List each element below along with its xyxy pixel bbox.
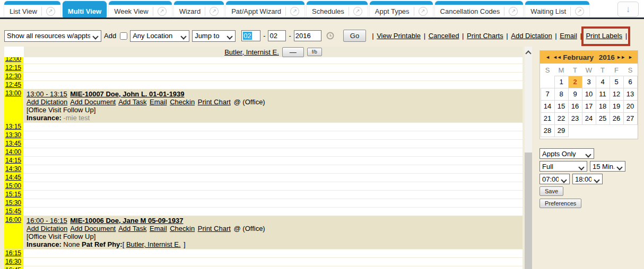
appointment-action-add-dictation[interactable]: Add Dictation (27, 98, 67, 106)
calendar-day[interactable]: 11 (596, 88, 610, 100)
tab-appt-types[interactable]: Appt Types↗ (370, 1, 433, 17)
calendar-day[interactable]: 1 (554, 76, 568, 88)
prev-month-icon[interactable]: ◄ (544, 55, 551, 60)
calendar-day[interactable]: 27 (623, 112, 637, 124)
size-select[interactable]: Full (540, 162, 587, 171)
open-in-new-window-icon[interactable]: ↗ (575, 7, 584, 16)
time-slot-link[interactable]: 15:15 (5, 191, 21, 198)
time-slot-link[interactable]: 14:45 (5, 174, 21, 181)
empty-slot-cell[interactable] (24, 131, 523, 140)
tab-wizard[interactable]: Wizard↗ (174, 1, 224, 17)
save-button[interactable]: Save (539, 186, 563, 196)
time-slot-link[interactable]: 12:00 (5, 57, 23, 62)
time-slot-link[interactable]: 13:45 (5, 140, 21, 147)
appointment-action-print-chart[interactable]: Print Chart (198, 98, 231, 106)
toolbar-link-cancelled[interactable]: Cancelled (429, 32, 459, 40)
calendar-day[interactable]: 17 (582, 100, 596, 112)
empty-slot-cell[interactable] (24, 199, 523, 208)
open-in-new-window-icon[interactable]: ↗ (210, 7, 219, 16)
time-slot-link[interactable]: 15:45 (5, 208, 21, 215)
add-checkbox[interactable] (120, 32, 127, 40)
appointment-action-email[interactable]: Email (150, 98, 167, 106)
interval-select[interactable]: 15 Min. (590, 162, 625, 171)
appointment-time-link[interactable]: 16:00 - 16:15 (27, 217, 67, 225)
toolbar-link-print-labels[interactable]: Print Labels (586, 32, 622, 40)
collapse-panel-button[interactable]: ↓ (617, 2, 639, 17)
empty-slot-cell[interactable] (24, 191, 523, 199)
calendar-day[interactable]: 21 (541, 112, 554, 124)
calendar-day[interactable]: 26 (610, 112, 623, 124)
time-slot-link[interactable]: 16:45 (5, 266, 21, 269)
calendar-day[interactable]: 14 (541, 100, 554, 112)
tab-waiting-list[interactable]: Waiting List↗ (525, 1, 589, 17)
toolbar-link-print-charts[interactable]: Print Charts (467, 32, 503, 40)
empty-slot-cell[interactable] (24, 73, 523, 81)
open-in-new-window-icon[interactable]: ↗ (290, 7, 299, 16)
time-slot-link[interactable]: 13:15 (5, 123, 21, 130)
calendar-day[interactable]: 23 (568, 112, 582, 124)
preferences-button[interactable]: Preferences (539, 199, 581, 208)
calendar-day[interactable]: 4 (596, 76, 610, 88)
time-slot-link[interactable]: 12:30 (5, 73, 21, 80)
empty-slot-cell[interactable] (24, 64, 523, 73)
calendar-day[interactable]: 13 (623, 88, 637, 100)
calendar-day[interactable]: 19 (610, 100, 623, 112)
empty-slot-cell[interactable] (24, 123, 523, 131)
time-slot-link[interactable]: 13:30 (5, 131, 21, 139)
empty-slot-cell[interactable] (24, 208, 523, 216)
empty-slot-cell[interactable] (24, 148, 523, 157)
appointment-action-add-task[interactable]: Add Task (118, 225, 146, 232)
appointment-action-email[interactable]: Email (150, 225, 167, 232)
open-in-new-window-icon[interactable]: ↗ (509, 7, 518, 16)
tab-schedules[interactable]: Schedules↗ (307, 1, 368, 17)
tab-list-view[interactable]: List View↗ (4, 1, 60, 17)
patient-link[interactable]: MIE-10006 Doe, Jane M 05-09-1937 (70, 217, 183, 225)
time-slot-link[interactable]: 14:30 (5, 165, 21, 173)
toolbar-link-view-printable[interactable]: View Printable (377, 32, 421, 40)
clock-icon[interactable] (326, 32, 334, 40)
calendar-day[interactable]: 6 (623, 76, 637, 88)
open-in-new-window-icon[interactable]: ↗ (46, 7, 55, 16)
location-filter-select[interactable]: Any Location (130, 31, 189, 41)
calendar-day[interactable]: 7 (541, 88, 554, 100)
date-month-input[interactable]: 02 (241, 30, 260, 41)
date-year-input[interactable]: 2016 (294, 30, 321, 41)
appointment-action-add-document[interactable]: Add Document (70, 98, 116, 106)
time-slot-link[interactable]: 14:00 (5, 148, 21, 156)
empty-slot-cell[interactable] (24, 174, 523, 182)
time-slot-link[interactable]: 16:30 (5, 258, 21, 265)
calendar-day[interactable]: 5 (610, 76, 623, 88)
toolbar-link-add-dictation[interactable]: Add Dictation (511, 32, 552, 40)
appointment-action-checkin[interactable]: Checkin (170, 98, 195, 106)
appointment-action-checkin[interactable]: Checkin (170, 225, 195, 232)
appointment-time-link[interactable]: 13:00 - 13:15 (27, 90, 67, 98)
view-mode-select[interactable]: Appts Only (540, 149, 594, 158)
time-slot-link[interactable]: 15:00 (5, 182, 21, 190)
ref-phy-link[interactable]: Butler, Internist E. (126, 240, 181, 248)
next-month-icon[interactable]: ► (626, 55, 634, 60)
calendar-day[interactable]: 9 (568, 88, 582, 100)
calendar-day[interactable]: 24 (582, 112, 596, 124)
time-slot-link[interactable]: 16:00 (5, 216, 21, 223)
calendar-day[interactable]: 18 (596, 100, 610, 112)
fb-button[interactable]: f/b (307, 48, 322, 56)
calendar-day-selected[interactable]: 2 (568, 76, 582, 88)
calendar-day[interactable]: 8 (554, 88, 568, 100)
go-button[interactable]: Go (343, 30, 366, 42)
empty-slot-cell[interactable] (24, 165, 523, 174)
end-time-select[interactable]: 18:00 (573, 174, 602, 184)
time-slot-link[interactable]: 15:30 (5, 199, 21, 207)
time-slot-link[interactable]: 12:15 (5, 64, 21, 71)
time-slot-link[interactable]: 14:15 (5, 157, 21, 164)
time-slot-link[interactable]: 13:00 (5, 89, 21, 97)
time-slot-link[interactable]: 16:15 (5, 249, 21, 257)
collapse-resource-button[interactable]: — (282, 47, 304, 57)
open-in-new-window-icon[interactable]: ↗ (353, 7, 362, 16)
empty-slot-cell[interactable] (24, 258, 523, 266)
empty-slot-cell[interactable] (24, 140, 523, 148)
calendar-day[interactable]: 20 (623, 100, 637, 112)
appointment-action-add-document[interactable]: Add Document (70, 225, 116, 232)
appointment-action-add-dictation[interactable]: Add Dictation (27, 225, 67, 232)
empty-slot-cell[interactable] (24, 157, 523, 165)
calendar-day[interactable]: 22 (554, 112, 568, 124)
